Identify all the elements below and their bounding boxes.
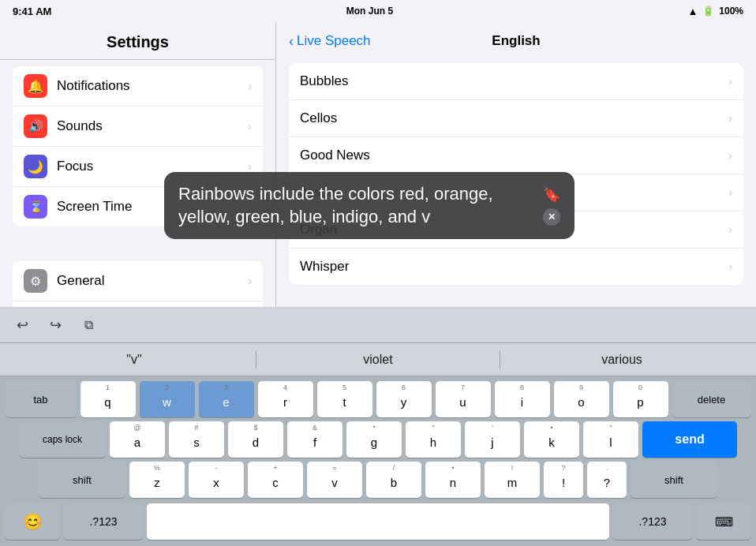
num-switch-right-key[interactable]: .?123 xyxy=(613,503,692,540)
key-m[interactable]: !m xyxy=(485,462,540,498)
key-u[interactable]: 7u xyxy=(436,381,491,417)
focus-chevron: › xyxy=(248,160,252,173)
settings-item-sounds[interactable]: 🔊 Sounds › xyxy=(13,107,263,147)
toolbar-left: ↩ ↪ ⧉ xyxy=(9,312,747,338)
notifications-chevron: › xyxy=(248,80,252,92)
status-bar: 9:41 AM Mon Jun 5 ▲ 🔋 100% xyxy=(0,0,756,22)
speech-actions: 🔖 ✕ xyxy=(543,186,560,226)
english-title: English xyxy=(492,33,540,49)
jester-chevron: › xyxy=(728,186,732,199)
bubbles-chevron: › xyxy=(728,75,732,88)
undo-button[interactable]: ↩ xyxy=(9,312,35,338)
keyboard-icon[interactable]: ⌨ xyxy=(696,503,751,540)
key-b[interactable]: /b xyxy=(366,462,421,498)
key-p[interactable]: 0p xyxy=(613,381,668,417)
keyboard-overlay: ↩ ↪ ⧉ "v" violet various tab 1q 2w 3e 4r… xyxy=(0,307,756,546)
notifications-label: Notifications xyxy=(57,78,238,94)
key-q[interactable]: 1q xyxy=(80,381,136,417)
key-a[interactable]: @a xyxy=(110,421,165,458)
close-icon[interactable]: ✕ xyxy=(543,208,560,226)
delete-key[interactable]: delete xyxy=(672,381,751,417)
cellos-label: Cellos xyxy=(300,110,337,126)
sounds-label: Sounds xyxy=(57,118,238,134)
num-switch-key[interactable]: .?123 xyxy=(64,503,143,540)
good-news-chevron: › xyxy=(728,149,732,162)
screen-time-icon: ⌛ xyxy=(24,195,47,219)
bubbles-label: Bubbles xyxy=(300,73,348,89)
key-question[interactable]: .? xyxy=(587,462,627,498)
organ-chevron: › xyxy=(728,223,732,236)
space-key[interactable] xyxy=(147,503,609,540)
key-f[interactable]: &f xyxy=(287,421,342,458)
key-o[interactable]: 9o xyxy=(554,381,609,417)
battery-icon: 🔋 xyxy=(702,6,714,17)
speech-text: Rainbows include the colors red, orange,… xyxy=(178,183,535,228)
keyboard-row-3: shift %z -x +c =v /b •n !m ?! .? shift xyxy=(5,462,751,498)
back-button[interactable]: ‹ Live Speech xyxy=(289,33,371,50)
tab-key[interactable]: tab xyxy=(6,381,77,417)
shift-right-key[interactable]: shift xyxy=(631,462,717,498)
keyboard-toolbar: ↩ ↪ ⧉ xyxy=(0,307,756,343)
keyboard-row-2: caps lock @a #s $d &f *g "h 'j •k "l sen… xyxy=(5,421,751,458)
key-h[interactable]: "h xyxy=(406,421,461,458)
caps-lock-key[interactable]: caps lock xyxy=(19,421,106,458)
key-v[interactable]: =v xyxy=(307,462,362,498)
key-r[interactable]: 4r xyxy=(258,381,313,417)
key-y[interactable]: 6y xyxy=(376,381,432,417)
battery-pct: 100% xyxy=(719,6,743,17)
general-icon: ⚙ xyxy=(24,269,47,293)
key-s[interactable]: #s xyxy=(169,421,224,458)
shift-left-key[interactable]: shift xyxy=(39,462,125,498)
english-item-cellos[interactable]: Cellos › xyxy=(289,100,743,137)
suggestion-v[interactable]: "v" xyxy=(13,353,256,367)
good-news-label: Good News xyxy=(300,148,370,163)
key-j[interactable]: 'j xyxy=(465,421,520,458)
settings-header: Settings xyxy=(0,22,275,60)
key-d[interactable]: $d xyxy=(228,421,283,458)
cellos-chevron: › xyxy=(728,112,732,125)
key-g[interactable]: *g xyxy=(346,421,402,458)
keyboard-rows: tab 1q 2w 3e 4r 5t 6y 7u 8i 9o 0p delete… xyxy=(0,376,756,503)
key-l[interactable]: "l xyxy=(583,421,638,458)
notifications-icon: 🔔 xyxy=(24,74,47,98)
send-key[interactable]: send xyxy=(642,421,737,458)
paste-button[interactable]: ⧉ xyxy=(76,312,101,338)
keyboard-bottom-row: 😊 .?123 .?123 ⌨ xyxy=(0,503,756,546)
whisper-chevron: › xyxy=(728,260,732,273)
english-header: ‹ Live Speech English xyxy=(276,22,756,57)
key-z[interactable]: %z xyxy=(129,462,185,498)
focus-icon: 🌙 xyxy=(24,155,47,178)
key-x[interactable]: -x xyxy=(189,462,244,498)
key-i[interactable]: 8i xyxy=(495,381,550,417)
key-exclaim[interactable]: ?! xyxy=(544,462,583,498)
english-item-whisper[interactable]: Whisper › xyxy=(289,249,743,285)
general-label: General xyxy=(57,273,238,289)
sounds-chevron: › xyxy=(248,120,252,133)
settings-item-notifications[interactable]: 🔔 Notifications › xyxy=(13,66,263,107)
settings-item-general[interactable]: ⚙ General › xyxy=(13,261,263,301)
key-t[interactable]: 5t xyxy=(317,381,372,417)
back-chevron: ‹ xyxy=(289,33,294,50)
key-n[interactable]: •n xyxy=(425,462,481,498)
english-item-bubbles[interactable]: Bubbles › xyxy=(289,63,743,100)
key-k[interactable]: •k xyxy=(524,421,579,458)
keyboard-row-1: tab 1q 2w 3e 4r 5t 6y 7u 8i 9o 0p delete xyxy=(5,381,751,417)
suggestion-various[interactable]: various xyxy=(500,353,743,367)
emoji-key[interactable]: 😊 xyxy=(5,503,60,540)
settings-title: Settings xyxy=(13,33,263,51)
key-e[interactable]: 3e xyxy=(199,381,254,417)
status-right: ▲ 🔋 100% xyxy=(687,6,743,17)
key-c[interactable]: +c xyxy=(248,462,303,498)
speech-bubble: Rainbows include the colors red, orange,… xyxy=(164,172,574,239)
suggestion-violet[interactable]: violet xyxy=(256,353,500,367)
english-item-good-news[interactable]: Good News › xyxy=(289,137,743,174)
bookmark-icon[interactable]: 🔖 xyxy=(543,186,560,204)
wifi-icon: ▲ xyxy=(687,6,698,17)
general-chevron: › xyxy=(248,275,252,287)
status-time: 9:41 AM xyxy=(13,6,51,17)
whisper-label: Whisper xyxy=(300,259,349,275)
suggestions-bar: "v" violet various xyxy=(0,343,756,376)
sounds-icon: 🔊 xyxy=(24,114,47,138)
redo-button[interactable]: ↪ xyxy=(43,312,68,338)
key-w[interactable]: 2w xyxy=(140,381,195,417)
